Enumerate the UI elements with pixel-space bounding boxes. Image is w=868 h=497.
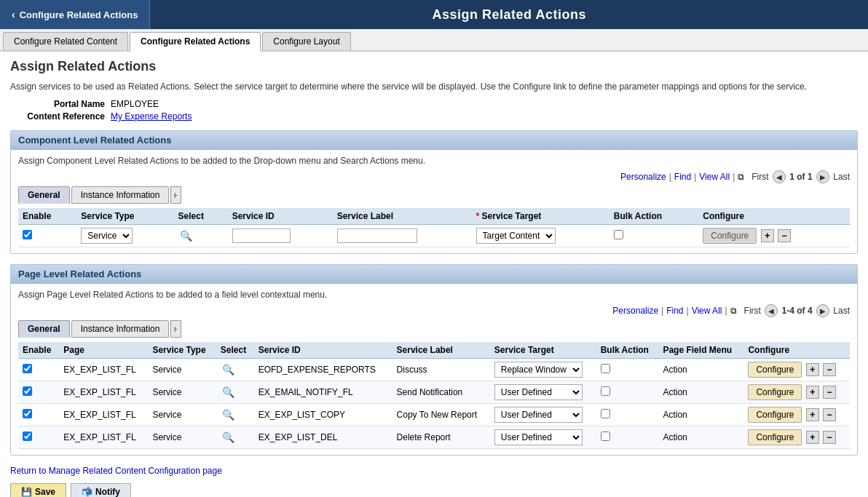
page-bulk-cb-0[interactable] <box>601 364 610 373</box>
component-row-service-label <box>333 225 472 247</box>
page-bulk-cb-2[interactable] <box>601 409 610 418</box>
page-personalize-link[interactable]: Personalize <box>612 306 658 316</box>
component-row-configure: Configure + − <box>698 225 850 247</box>
page-row-2-service-label: Copy To New Report <box>392 404 490 426</box>
page-row-1-page-field-menu: Action <box>658 381 743 404</box>
content-ref-row: Content Reference My Expense Reports <box>10 111 858 122</box>
page-remove-row-btn-0[interactable]: − <box>823 363 836 376</box>
page-expand-icon[interactable]: ⧉ <box>730 306 737 316</box>
back-nav[interactable]: ‹ Configure Related Actions <box>0 0 150 29</box>
page-col-service-id: Service ID <box>254 342 392 359</box>
content-ref-value[interactable]: My Expense Reports <box>111 111 192 122</box>
page-row-2-service-id: EX_EXP_LIST_COPY <box>254 404 392 426</box>
col-bulk-action: Bulk Action <box>609 208 698 225</box>
tab-configure-actions[interactable]: Configure Related Actions <box>130 32 261 52</box>
page-col-select: Select <box>216 342 254 359</box>
page-configure-btn-3[interactable]: Configure <box>748 429 802 445</box>
page-bulk-cb-1[interactable] <box>601 386 610 396</box>
page-configure-btn-0[interactable]: Configure <box>748 362 802 378</box>
component-prev-btn[interactable]: ◀ <box>773 170 786 183</box>
page-viewall-link[interactable]: View All <box>692 306 722 316</box>
page-configure-btn-1[interactable]: Configure <box>748 384 802 400</box>
component-row-enable <box>18 225 76 247</box>
page-row-0-enable <box>18 359 59 381</box>
page-configure-btn-2[interactable]: Configure <box>748 407 802 423</box>
page-remove-row-btn-2[interactable]: − <box>823 408 836 421</box>
return-link[interactable]: Return to Manage Related Content Configu… <box>10 466 222 476</box>
component-add-row-btn[interactable]: + <box>761 229 774 242</box>
component-subtab-general[interactable]: General <box>18 186 70 204</box>
page-enable-cb-0[interactable] <box>23 364 32 373</box>
component-personalize-link[interactable]: Personalize <box>620 172 666 182</box>
page-add-row-btn-3[interactable]: + <box>806 431 819 444</box>
page-subtab-instance[interactable]: Instance Information <box>71 320 170 338</box>
page-enable-cb-3[interactable] <box>23 432 32 441</box>
component-next-btn[interactable]: ▶ <box>816 170 829 183</box>
page-row-1-enable <box>18 381 59 404</box>
component-search-btn[interactable]: 🔍 <box>178 230 194 242</box>
page-subtab-general[interactable]: General <box>18 320 70 338</box>
component-row-bulk-action <box>609 225 698 247</box>
tab-configure-content[interactable]: Configure Related Content <box>3 32 128 50</box>
col-select: Select <box>174 208 228 225</box>
component-service-target-select[interactable]: Target Content <box>476 228 556 244</box>
sep1: | <box>669 172 671 182</box>
page-table-row: EX_EXP_LIST_FL Service 🔍 EOFD_EXPENSE_RE… <box>18 359 850 381</box>
component-find-link[interactable]: Find <box>674 172 691 182</box>
sep5: | <box>687 306 689 316</box>
page-row-3-page-field-menu: Action <box>658 426 743 449</box>
component-service-label-input[interactable] <box>337 228 417 243</box>
page-row-0-select: 🔍 <box>216 359 254 381</box>
page-search-btn-1[interactable]: 🔍 <box>221 386 236 398</box>
page-prev-btn[interactable]: ◀ <box>765 304 778 317</box>
page-target-select-3[interactable]: Replace WindowUser Defined <box>494 429 583 445</box>
page-personalize-row: Personalize | Find | View All | ⧉ First … <box>18 304 850 317</box>
save-button[interactable]: 💾 Save <box>10 483 66 497</box>
page-row-2-configure: Configure + − <box>743 404 850 426</box>
page-target-select-2[interactable]: Replace WindowUser Defined <box>494 407 583 423</box>
component-nav-label: First ◀ 1 of 1 ▶ Last <box>751 170 850 183</box>
page-target-select-1[interactable]: Replace WindowUser Defined <box>494 384 583 400</box>
page-enable-cb-2[interactable] <box>23 409 32 418</box>
component-bulk-action-checkbox[interactable] <box>614 230 623 239</box>
page-add-row-btn-1[interactable]: + <box>806 386 819 399</box>
page-add-row-btn-2[interactable]: + <box>806 408 819 421</box>
page-row-2-page-field-menu: Action <box>658 404 743 426</box>
page-remove-row-btn-1[interactable]: − <box>823 386 836 399</box>
tab-configure-layout[interactable]: Configure Layout <box>262 32 350 50</box>
page-row-1-service-label: Send Notification <box>392 381 490 404</box>
page-row-1-configure: Configure + − <box>743 381 850 404</box>
component-remove-row-btn[interactable]: − <box>778 229 791 242</box>
page-col-page-field-menu: Page Field Menu <box>658 342 743 359</box>
page-nav-label: First ◀ 1-4 of 4 ▶ Last <box>744 304 850 317</box>
component-service-id-input[interactable] <box>232 228 291 243</box>
portal-label: Portal Name <box>10 99 105 109</box>
page-remove-row-btn-3[interactable]: − <box>823 431 836 444</box>
component-viewall-link[interactable]: View All <box>699 172 730 182</box>
page-row-0-page: EX_EXP_LIST_FL <box>59 359 148 381</box>
page-search-btn-0[interactable]: 🔍 <box>221 364 236 375</box>
page-find-link[interactable]: Find <box>666 306 683 316</box>
page-search-btn-3[interactable]: 🔍 <box>221 432 236 443</box>
component-section: Component Level Related Actions Assign C… <box>10 130 858 254</box>
page-next-btn[interactable]: ▶ <box>816 304 829 317</box>
page-row-0-service-id: EOFD_EXPENSE_REPORTS <box>254 359 392 381</box>
page-search-btn-2[interactable]: 🔍 <box>221 409 236 421</box>
component-configure-btn[interactable]: Configure <box>703 228 757 244</box>
component-subtab-instance[interactable]: Instance Information <box>71 186 170 204</box>
component-service-type-select[interactable]: Service <box>81 228 133 244</box>
page-enable-cb-1[interactable] <box>23 386 32 396</box>
page-content: Assign Related Actions Assign services t… <box>0 52 868 497</box>
page-row-3-select: 🔍 <box>216 426 254 449</box>
component-grid-icon[interactable]: ⊦ <box>170 186 181 204</box>
page-grid-icon[interactable]: ⊦ <box>170 320 181 338</box>
page-bulk-cb-3[interactable] <box>601 432 610 441</box>
component-enable-checkbox[interactable] <box>23 230 32 239</box>
component-expand-icon[interactable]: ⧉ <box>738 172 744 182</box>
page-target-select-0[interactable]: Replace WindowUser Defined <box>494 362 583 378</box>
col-enable: Enable <box>18 208 76 225</box>
component-row-select: 🔍 <box>174 225 228 247</box>
notify-button[interactable]: 📬 Notify <box>71 483 131 497</box>
page-add-row-btn-0[interactable]: + <box>806 363 819 376</box>
page-table: Enable Page Service Type Select Service … <box>18 342 850 449</box>
